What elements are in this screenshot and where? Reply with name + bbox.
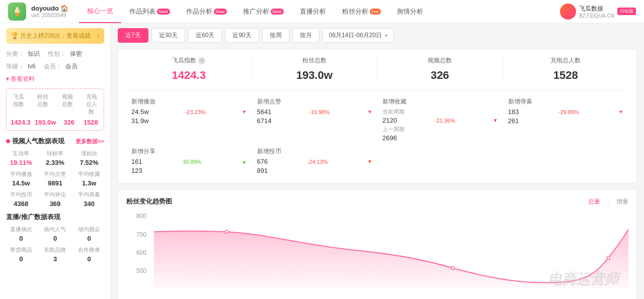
mini-label-0: 飞瓜指数: [11, 93, 27, 116]
fans-value: 193.0w: [257, 69, 372, 82]
feiqua-brand-sub: BZ.FEIQUA.CN: [579, 13, 614, 19]
toggle-increase[interactable]: 增量: [616, 197, 628, 206]
sidebar-top-section: 🏆 历史上榜238次，查看成就 › 分类： 知识 性别： 保密: [0, 28, 110, 273]
filter-month[interactable]: 按月: [292, 28, 319, 43]
nav-item-live[interactable]: 直播分析: [292, 0, 334, 23]
app-container: 🍦 doyoudo 🏠 uid: 20503549 核心一览 作品列表 New …: [0, 0, 644, 299]
mini-value-1: 193.0w: [35, 119, 56, 126]
filter-bar: 近7天 近30天 近60天 近90天 按周 按月 06月14日-06月20日 ▾: [118, 28, 637, 43]
perf-label-0: 互动率: [6, 150, 36, 157]
filter-30d[interactable]: 近30天: [151, 28, 185, 43]
svg-point-9: [451, 266, 454, 269]
fan-chart-section: 粉丝变化趋势图 总量 ｜ 增量: [118, 189, 637, 299]
user-info-row: 分类： 知识 性别： 保密: [6, 50, 104, 58]
videos-total-label: 视频总数: [382, 56, 498, 65]
nav-item-sentiment[interactable]: 舆情分析: [389, 0, 431, 23]
perf-item-3: 平均播放 14.5w: [6, 170, 36, 187]
main-stats-grid: 飞瓜指数 ? 1424.3 粉丝总数 193.0w 视频总数: [126, 56, 628, 90]
live-value-4: 3: [40, 255, 70, 263]
chart-container: 800 700 600 500: [126, 211, 628, 294]
svg-text:600: 600: [136, 249, 146, 256]
view-more-label: ▾ 查看资料: [6, 75, 35, 83]
perf-item-2: 涨粉比 7.52%: [74, 150, 104, 166]
live-section-label: 直播/推广数据表现: [6, 213, 60, 221]
nav-item-works-analysis-label: 作品分析: [186, 7, 212, 16]
level-value: lv6: [28, 63, 35, 70]
live-label-1: 场均人气: [40, 226, 70, 233]
perf-label-3: 平均播放: [6, 170, 36, 178]
feiqua-index-label: 飞瓜指数 ?: [131, 56, 247, 65]
new-share-label: 新增分享: [131, 147, 247, 156]
feiqua-value: 1424.3: [131, 69, 247, 82]
toggle-divider: ｜: [605, 197, 611, 206]
perf-value-1: 2.33%: [40, 159, 70, 166]
new-coin-prev: 891: [257, 167, 373, 174]
new-favorites-trend: -21.36%: [435, 118, 455, 124]
new-share-trend: 30.89%: [183, 159, 201, 165]
filter-90d[interactable]: 近90天: [225, 28, 259, 43]
level-label: 等级：: [6, 63, 24, 70]
new-plays-stat: 新增播放 24.5w -23.23% ▼ 31.9w: [126, 97, 252, 143]
main-content: 🏆 历史上榜238次，查看成就 › 分类： 知识 性别： 保密: [0, 23, 644, 299]
live-label-0: 直播场次: [6, 226, 36, 233]
perf-item-6: 平均投币 4368: [6, 191, 36, 208]
view-more-btn[interactable]: ▾ 查看资料: [6, 75, 104, 83]
video-perf-label: 视频人气数据表现: [12, 137, 64, 146]
beta-badge: 白站版: [617, 8, 636, 15]
new-danmu-trend: -29.89%: [558, 109, 579, 115]
nav-item-works-list-label: 作品列表: [129, 7, 155, 16]
nav-item-core[interactable]: 核心一览: [79, 0, 121, 23]
history-banner[interactable]: 🏆 历史上榜238次，查看成就 ›: [6, 28, 104, 44]
history-text: 历史上榜238次，查看成就: [20, 32, 91, 39]
live-value-3: 0: [6, 255, 36, 263]
new-likes-prev: 6714: [257, 117, 373, 125]
member-label: 会员：: [44, 63, 62, 70]
nav-item-fans[interactable]: 粉丝分析 Hot: [334, 0, 389, 23]
filter-week[interactable]: 按周: [262, 28, 289, 43]
nav-item-works-list[interactable]: 作品列表 New: [121, 0, 178, 23]
new-danmu-label: 新增弹幕: [508, 97, 624, 106]
brand-uid: uid: 20503549: [31, 12, 69, 18]
nav-item-promo-analysis[interactable]: 推广分析 New: [235, 0, 292, 23]
perf-item-1: 转粉率 2.33%: [40, 150, 70, 166]
new-share-current: 161 30.89% ▲: [131, 158, 247, 165]
top-nav: 🍦 doyoudo 🏠 uid: 20503549 核心一览 作品列表 New …: [0, 0, 644, 23]
new-plays-prev-value: 31.9w: [131, 117, 149, 125]
charge-label-text: 充电总人数: [550, 56, 581, 65]
main-stat-feiqua: 飞瓜指数 ? 1424.3: [126, 56, 252, 82]
user-level: 等级： lv6: [6, 62, 36, 71]
new-favorites-value: 2120: [382, 117, 397, 124]
new-plays-label: 新增播放: [131, 97, 247, 106]
date-range-value: 06月14日-06月20日: [329, 31, 382, 40]
user-member: 会员： 会员: [44, 62, 77, 71]
perf-item-8: 平均弹幕 340: [74, 191, 104, 208]
filter-7d[interactable]: 近7天: [118, 28, 148, 43]
mini-stats-box: 飞瓜指数 粉丝总数 视频总数 充电总人数 1424.3 193.0w 326 1…: [6, 88, 104, 131]
nav-item-promo-label: 推广分析: [243, 7, 269, 16]
new-likes-down-icon: ▼: [367, 109, 372, 115]
dot-icon: [6, 139, 10, 143]
mini-value-2: 326: [60, 119, 77, 126]
stats-card: 飞瓜指数 ? 1424.3 粉丝总数 193.0w 视频总数: [118, 49, 637, 183]
more-data-link[interactable]: 更多数据>>: [75, 138, 104, 145]
new-favorites-prev: 2696: [382, 134, 498, 142]
live-item-3: 带货商品 0: [6, 246, 36, 263]
nav-item-works-analysis[interactable]: 作品分析 New: [178, 0, 235, 23]
svg-text:800: 800: [136, 213, 146, 220]
fan-chart-title: 粉丝变化趋势图: [126, 197, 172, 206]
new-plays-value: 24.5w: [131, 108, 149, 116]
perf-value-3: 14.5w: [6, 179, 36, 187]
mini-stats-header: 飞瓜指数 粉丝总数 视频总数 充电总人数: [11, 93, 100, 116]
live-label-2: 场均观众: [74, 226, 104, 233]
toggle-total[interactable]: 总量: [588, 197, 600, 206]
live-value-2: 0: [74, 235, 104, 242]
date-range-picker[interactable]: 06月14日-06月20日 ▾: [323, 28, 394, 43]
perf-value-2: 7.52%: [74, 159, 104, 166]
feiqua-label-text: 飞瓜指数: [172, 56, 196, 65]
feiqua-info-icon[interactable]: ?: [198, 57, 205, 64]
feiqua-brand-name: 飞瓜数据: [579, 5, 614, 13]
filter-60d[interactable]: 近60天: [188, 28, 222, 43]
live-label-5: 合作商单: [74, 246, 104, 254]
new-danmu-prev-value: 261: [508, 117, 519, 125]
perf-label-7: 平均评论: [40, 191, 70, 198]
